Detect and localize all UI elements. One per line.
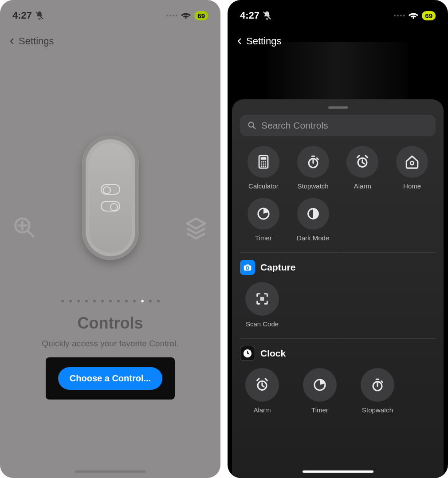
control-label: Alarm	[354, 182, 371, 190]
page-title: Controls	[78, 314, 143, 333]
divider	[240, 252, 436, 253]
toggle-icon	[101, 201, 120, 212]
control-label: Stopwatch	[298, 182, 329, 190]
search-placeholder: Search Controls	[261, 120, 328, 131]
highlight-frame: Choose a Control...	[47, 358, 174, 399]
control-darkmode[interactable]: Dark Mode	[290, 198, 337, 242]
status-time: 4:27	[12, 10, 32, 21]
control-label: Timer	[311, 406, 328, 414]
control-label: Stopwatch	[362, 406, 393, 414]
search-icon	[247, 121, 257, 130]
home-indicator[interactable]	[75, 470, 146, 473]
divider	[240, 338, 436, 339]
page-subtitle: Quickly access your favorite Control.	[42, 339, 178, 349]
darkmode-icon	[297, 198, 329, 230]
timer-icon	[248, 198, 279, 230]
cellular-dots-icon	[166, 15, 177, 16]
carousel-prev-icon[interactable]	[12, 215, 36, 239]
qr-icon	[245, 282, 279, 316]
control-label: Dark Mode	[297, 234, 329, 242]
chevron-left-icon	[8, 36, 16, 47]
control-label: Calculator	[248, 182, 279, 190]
control-label: Timer	[255, 234, 272, 242]
status-bar: 4:27 69	[0, 4, 220, 27]
wifi-icon	[181, 11, 191, 20]
control-label: Alarm	[253, 406, 271, 414]
silent-icon	[35, 11, 44, 20]
control-alarm[interactable]: Alarm	[240, 368, 284, 414]
phone-right: 4:27 69 Settings Search Controls	[228, 0, 448, 478]
section-row: Scan Code	[240, 282, 436, 328]
wifi-icon	[409, 11, 418, 20]
control-qr[interactable]: Scan Code	[240, 282, 284, 328]
cellular-dots-icon	[394, 15, 405, 16]
page-indicator[interactable]	[61, 300, 160, 302]
control-label: Home	[403, 182, 421, 190]
search-input[interactable]: Search Controls	[240, 115, 436, 136]
section-head-capture: Capture	[240, 260, 436, 275]
control-alarm[interactable]: Alarm	[339, 146, 386, 190]
battery-badge: 69	[194, 11, 208, 20]
phone-left: 4:27 69 Settings	[0, 0, 220, 478]
control-stopwatch[interactable]: Stopwatch	[290, 146, 337, 190]
carousel-next-icon[interactable]	[184, 215, 208, 239]
chevron-left-icon	[236, 36, 244, 47]
silent-icon	[262, 11, 272, 20]
battery-badge: 69	[422, 11, 436, 20]
action-button-preview	[82, 136, 139, 260]
section-title: Clock	[260, 348, 286, 359]
stopwatch-icon	[361, 368, 394, 402]
control-stopwatch[interactable]: Stopwatch	[355, 368, 400, 414]
status-bar: 4:27 69	[228, 4, 448, 27]
stopwatch-icon	[297, 146, 329, 178]
control-calculator[interactable]: Calculator	[240, 146, 287, 190]
section-row: AlarmTimerStopwatch	[240, 368, 436, 414]
camera-icon	[240, 260, 255, 275]
timer-icon	[303, 368, 337, 402]
section-head-clock: Clock	[240, 346, 436, 361]
top-controls-grid: CalculatorStopwatchAlarmHomeTimerDark Mo…	[240, 146, 436, 242]
sheet-grabber[interactable]	[328, 106, 348, 109]
back-button[interactable]: Settings	[0, 27, 220, 47]
toggle-icon	[101, 184, 120, 195]
back-label: Settings	[19, 35, 54, 47]
status-time: 4:27	[240, 10, 259, 21]
control-timer[interactable]: Timer	[298, 368, 342, 414]
home-indicator[interactable]	[303, 470, 373, 473]
choose-control-button[interactable]: Choose a Control...	[58, 367, 162, 390]
control-timer[interactable]: Timer	[240, 198, 287, 242]
clockface-icon	[240, 346, 255, 361]
alarm-icon	[346, 146, 378, 178]
section-title: Capture	[260, 262, 295, 273]
alarm-icon	[245, 368, 279, 402]
controls-sheet: Search Controls CalculatorStopwatchAlarm…	[232, 99, 444, 478]
home-icon	[396, 146, 428, 178]
calculator-icon	[248, 146, 279, 178]
control-label: Scan Code	[246, 320, 279, 328]
control-home[interactable]: Home	[389, 146, 436, 190]
